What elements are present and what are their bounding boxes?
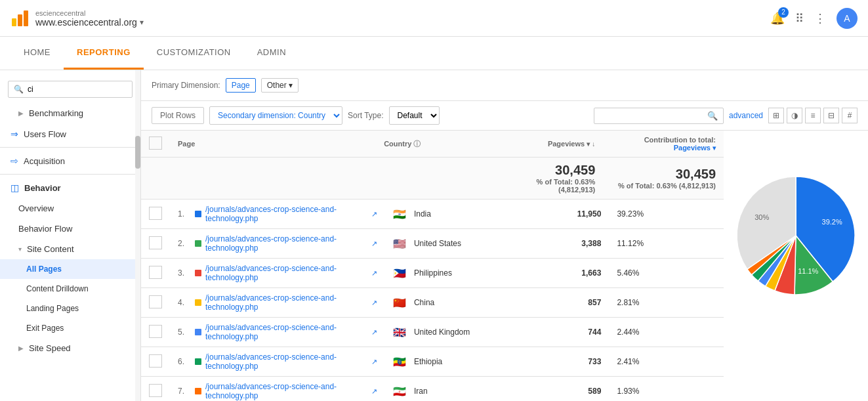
user-avatar[interactable]: A xyxy=(837,8,858,29)
row-color-dot xyxy=(195,358,201,365)
table-search-icon[interactable]: 🔍 xyxy=(707,111,718,121)
page-link[interactable]: /journals/advances-crop-science-and-tech… xyxy=(205,382,365,400)
table-row: 3. /journals/advances-crop-science-and-t… xyxy=(141,259,724,288)
table-row: 5. /journals/advances-crop-science-and-t… xyxy=(141,318,724,347)
external-link-icon[interactable]: ↗ xyxy=(371,328,377,337)
svg-rect-1 xyxy=(18,14,22,26)
external-link-icon[interactable]: ↗ xyxy=(371,387,377,396)
row-checkbox[interactable] xyxy=(149,207,162,220)
data-table: Page Country ⓘ Pageviews ▾ ↓ xyxy=(141,131,724,200)
table-search-box[interactable]: 🔍 xyxy=(594,108,724,124)
pageviews-value: 1,663 xyxy=(516,259,609,288)
header-pageviews-sort[interactable]: Pageviews ▾ ↓ xyxy=(505,131,603,158)
page-link[interactable]: /journals/advances-crop-science-and-tech… xyxy=(205,234,365,253)
sidebar-item-users-flow[interactable]: ⇒ Users Flow xyxy=(0,123,140,144)
notification-badge: 2 xyxy=(778,7,789,18)
info-icon: ⓘ xyxy=(413,140,421,148)
view-table-icon[interactable]: ⊞ xyxy=(768,108,784,123)
sidebar-item-site-speed[interactable]: ▶ Site Speed xyxy=(0,338,140,358)
more-options-button[interactable]: ⋮ xyxy=(814,11,826,26)
page-link[interactable]: /journals/advances-crop-science-and-tech… xyxy=(205,205,365,223)
external-link-icon[interactable]: ↗ xyxy=(371,299,377,307)
row-checkbox[interactable] xyxy=(149,325,162,338)
ga-logo-icon xyxy=(10,9,29,28)
country-name: United Kingdom xyxy=(414,327,470,337)
sidebar-item-acquisition[interactable]: ⇨ Acquisition xyxy=(0,150,140,171)
table-search-input[interactable] xyxy=(600,111,705,120)
sidebar-search-input[interactable] xyxy=(28,85,127,94)
dropdown-arrow-icon[interactable]: ▾ xyxy=(140,18,144,27)
view-pivot-icon[interactable]: # xyxy=(842,108,858,123)
apps-button[interactable]: ⠿ xyxy=(795,11,804,26)
row-checkbox[interactable] xyxy=(149,354,162,368)
row-checkbox[interactable] xyxy=(149,266,162,279)
contribution-dropdown-arrow[interactable]: ▾ xyxy=(713,144,716,152)
rows-table: 1. /journals/advances-crop-science-and-t… xyxy=(141,200,724,401)
table-row: 4. /journals/advances-crop-science-and-t… xyxy=(141,288,724,318)
sort-desc-icon: ↓ xyxy=(592,140,595,148)
sidebar: 🔍 ▶ Benchmarking ⇒ Users Flow ⇨ Acquisit… xyxy=(0,70,141,401)
apps-icon: ⠿ xyxy=(795,12,804,25)
sidebar-item-site-content[interactable]: ▾ Site Content xyxy=(0,239,140,259)
contribution-metric-select[interactable]: Pageviews xyxy=(674,144,711,152)
page-link[interactable]: /journals/advances-crop-science-and-tech… xyxy=(205,264,365,282)
sort-type-select[interactable]: Default xyxy=(389,106,440,125)
dim-page-button[interactable]: Page xyxy=(226,78,256,93)
primary-dimension-bar: Primary Dimension: Page Other ▾ xyxy=(141,70,868,101)
notifications-button[interactable]: 🔔 2 xyxy=(770,11,785,26)
country-name: India xyxy=(414,209,431,219)
country-flag: 🇨🇳 xyxy=(393,297,406,309)
select-all-checkbox[interactable] xyxy=(149,137,162,150)
country-flag: 🇬🇧 xyxy=(393,326,406,339)
page-link[interactable]: /journals/advances-crop-science-and-tech… xyxy=(205,293,365,312)
advanced-link[interactable]: advanced xyxy=(729,111,763,120)
sidebar-divider-2 xyxy=(0,174,140,175)
tab-reporting[interactable]: REPORTING xyxy=(64,37,144,70)
pie-label: 30% xyxy=(754,213,769,221)
nav-tabs: HOME REPORTING CUSTOMIZATION ADMIN xyxy=(0,37,868,70)
dim-other-button[interactable]: Other ▾ xyxy=(261,78,299,93)
sidebar-scroll-thumb[interactable] xyxy=(135,136,140,169)
view-compare-icon[interactable]: ⊟ xyxy=(823,108,839,123)
other-dropdown-arrow: ▾ xyxy=(289,81,293,90)
row-color-dot xyxy=(195,388,201,394)
sidebar-search-box[interactable]: 🔍 xyxy=(8,81,133,98)
external-link-icon[interactable]: ↗ xyxy=(371,358,377,366)
sidebar-item-landing-pages[interactable]: Landing Pages xyxy=(0,299,140,318)
view-bar-icon[interactable]: ≡ xyxy=(805,108,821,123)
contribution-value: 11.12% xyxy=(609,229,724,259)
sidebar-item-behavior-flow[interactable]: Behavior Flow xyxy=(0,219,140,239)
external-link-icon[interactable]: ↗ xyxy=(371,210,377,219)
row-number: 2. xyxy=(178,239,191,248)
external-link-icon[interactable]: ↗ xyxy=(371,240,377,248)
contribution-value: 39.23% xyxy=(609,200,724,229)
country-flag: 🇮🇷 xyxy=(393,385,406,398)
row-checkbox[interactable] xyxy=(149,295,162,308)
other-dropdown[interactable]: Other ▾ xyxy=(261,78,299,93)
country-flag: 🇪🇹 xyxy=(393,356,406,368)
sidebar-item-behavior[interactable]: ◫ Behavior xyxy=(0,177,140,198)
sort-type-label: Sort Type: xyxy=(348,111,383,120)
tab-customization[interactable]: CUSTOMIZATION xyxy=(144,37,244,70)
secondary-dimension-select[interactable]: Secondary dimension: Country xyxy=(209,106,342,125)
external-link-icon[interactable]: ↗ xyxy=(371,269,377,278)
pageviews-value: 3,388 xyxy=(516,229,609,259)
country-name: China xyxy=(414,298,434,307)
row-checkbox[interactable] xyxy=(149,384,162,397)
tab-admin[interactable]: ADMIN xyxy=(244,37,299,70)
sidebar-item-all-pages[interactable]: All Pages xyxy=(0,259,140,279)
contribution-value: 2.44% xyxy=(609,318,724,347)
row-checkbox[interactable] xyxy=(149,236,162,249)
tab-home[interactable]: HOME xyxy=(10,37,64,70)
page-link[interactable]: /journals/advances-crop-science-and-tech… xyxy=(205,323,365,341)
sidebar-item-content-drilldown[interactable]: Content Drilldown xyxy=(0,279,140,299)
pageviews-value: 589 xyxy=(516,377,609,402)
view-pie-icon[interactable]: ◑ xyxy=(787,108,802,123)
plot-rows-button[interactable]: Plot Rows xyxy=(152,107,204,124)
page-link[interactable]: /journals/advances-crop-science-and-tech… xyxy=(205,352,365,371)
sidebar-divider-1 xyxy=(0,147,140,148)
sidebar-item-benchmarking[interactable]: ▶ Benchmarking xyxy=(0,103,140,123)
sidebar-scrollbar[interactable] xyxy=(135,70,140,401)
sidebar-item-exit-pages[interactable]: Exit Pages xyxy=(0,318,140,338)
sidebar-item-overview[interactable]: Overview xyxy=(0,198,140,219)
